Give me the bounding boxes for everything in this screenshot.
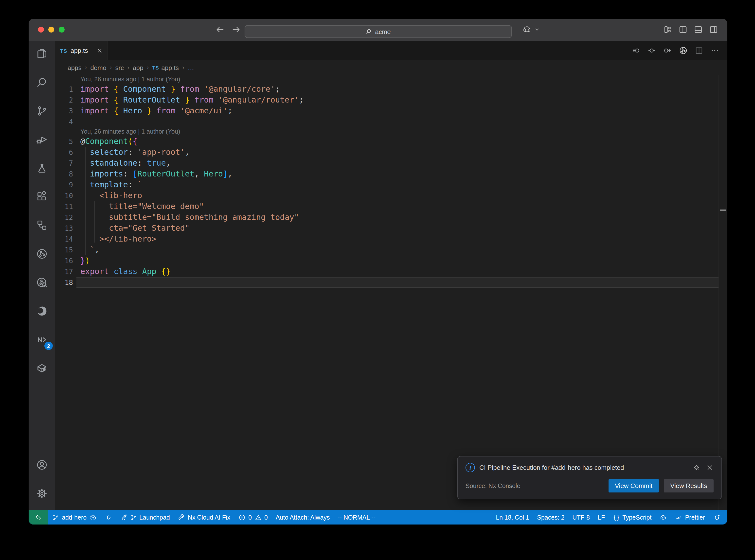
activity-item-accounts[interactable] xyxy=(30,453,54,477)
activity-item-extensions[interactable] xyxy=(30,185,54,208)
more-actions-icon[interactable] xyxy=(710,46,719,55)
code-line-13[interactable]: 13 cta="Get Started" xyxy=(55,223,728,234)
graph-search-icon xyxy=(36,276,48,289)
status-copilot[interactable] xyxy=(655,510,671,524)
search-icon xyxy=(36,76,48,89)
status-cursor-position[interactable]: Ln 18, Col 1 xyxy=(492,510,533,524)
activity-item-nx-console[interactable]: 2 xyxy=(30,328,54,352)
command-center-search[interactable]: acme xyxy=(244,25,512,38)
code-editor[interactable]: You, 26 minutes ago | 1 author (You)1imp… xyxy=(55,75,728,510)
view-results-button[interactable]: View Results xyxy=(664,479,714,493)
status-encoding[interactable]: UTF-8 xyxy=(568,510,594,524)
overview-ruler[interactable] xyxy=(718,75,728,510)
line-number: 2 xyxy=(55,95,80,105)
notification-settings-icon[interactable] xyxy=(693,464,700,471)
activity-item-settings[interactable] xyxy=(30,482,54,505)
code-line-15[interactable]: 15 `, xyxy=(55,244,728,255)
code-line-6[interactable]: 6 selector: 'app-root', xyxy=(55,147,728,158)
code-line-9[interactable]: 9 template: ` xyxy=(55,179,728,190)
activity-item-project-graph[interactable] xyxy=(30,242,54,266)
status-scm-graph[interactable] xyxy=(101,510,116,524)
activity-item-graph-search[interactable] xyxy=(30,271,54,294)
status-remote-indicator[interactable] xyxy=(28,510,48,524)
history-forward-button[interactable] xyxy=(231,24,242,35)
status-auto-attach[interactable]: Auto Attach: Always xyxy=(272,510,334,524)
minimize-window-button[interactable] xyxy=(48,27,54,33)
copilot-menu-button[interactable] xyxy=(522,24,540,35)
nav-back-icon[interactable] xyxy=(631,46,641,55)
breadcrumb-item-demo[interactable]: demo xyxy=(90,64,106,71)
activity-item-remote-explorer[interactable] xyxy=(30,214,54,237)
branch-small-icon xyxy=(130,514,137,521)
status-label: Prettier xyxy=(685,514,705,521)
panel-bottom-icon[interactable] xyxy=(693,25,703,35)
breadcrumb-item-apps[interactable]: apps xyxy=(67,64,81,71)
traffic-lights xyxy=(38,27,65,33)
status-eol[interactable]: LF xyxy=(594,510,609,524)
status-problems[interactable]: 00 xyxy=(234,510,272,524)
breadcrumb-item-src[interactable]: src xyxy=(115,64,124,71)
code-line-16[interactable]: 16}) xyxy=(55,255,728,266)
code-line-12[interactable]: 12 subtitle="Build something amazing tod… xyxy=(55,212,728,223)
close-tab-icon[interactable] xyxy=(97,47,103,54)
breadcrumb-label: app.ts xyxy=(161,64,179,71)
code-line-14[interactable]: 14 ></lib-hero> xyxy=(55,234,728,244)
panel-right-icon[interactable] xyxy=(709,25,718,35)
code-line-3[interactable]: 3import { Hero } from '@acme/ui'; xyxy=(55,105,728,116)
status-label: 0 xyxy=(264,514,268,521)
code-line-1[interactable]: 1import { Component } from '@angular/cor… xyxy=(55,84,728,95)
close-window-button[interactable] xyxy=(38,27,44,33)
notification-close-icon[interactable] xyxy=(706,464,714,471)
code-line-5[interactable]: 5@Component({ xyxy=(55,136,728,147)
view-commit-button[interactable]: View Commit xyxy=(609,479,659,493)
tab-app-ts[interactable]: TS app.ts xyxy=(55,41,108,60)
activity-item-explorer[interactable] xyxy=(30,42,54,65)
history-back-button[interactable] xyxy=(215,24,225,35)
nav-circle-icon[interactable] xyxy=(647,46,656,55)
breadcrumb-item--[interactable]: … xyxy=(187,64,194,71)
layout-controls xyxy=(663,25,718,35)
activity-item-testing[interactable] xyxy=(30,156,54,180)
activity-item-search[interactable] xyxy=(30,71,54,94)
status-vim-mode[interactable]: -- NORMAL -- xyxy=(334,510,379,524)
line-number: 12 xyxy=(55,212,80,223)
code-line-17[interactable]: 17export class App {} xyxy=(55,266,728,277)
status-language-mode[interactable]: {}TypeScript xyxy=(609,510,655,524)
status-indentation[interactable]: Spaces: 2 xyxy=(533,510,568,524)
breadcrumb-separator: › xyxy=(110,64,112,71)
breadcrumb-separator: › xyxy=(147,64,149,71)
code-line-2[interactable]: 2import { RouterOutlet } from '@angular/… xyxy=(55,95,728,105)
info-icon: i xyxy=(465,463,475,472)
zoom-window-button[interactable] xyxy=(59,27,65,33)
overview-ruler-mark xyxy=(720,209,726,211)
extensions-icon xyxy=(36,190,48,203)
split-editor-icon[interactable] xyxy=(694,46,704,55)
breadcrumb-item-app[interactable]: app xyxy=(133,64,143,71)
activity-item-run-debug[interactable] xyxy=(30,128,54,151)
activity-item-containers[interactable] xyxy=(30,356,54,380)
code-line-7[interactable]: 7 standalone: true, xyxy=(55,158,728,168)
graph-circle-icon[interactable] xyxy=(679,46,688,55)
typescript-file-icon: TS xyxy=(152,65,159,70)
status-nx-cloud-ai-fix[interactable]: Nx Cloud AI Fix xyxy=(174,510,234,524)
code-line-10[interactable]: 10 <lib-hero xyxy=(55,190,728,201)
code-line-11[interactable]: 11 title="Welcmoe demo" xyxy=(55,201,728,212)
breadcrumb-item-app-ts[interactable]: TSapp.ts xyxy=(152,64,179,71)
code-line-4[interactable]: 4 xyxy=(55,116,728,127)
edge-tools-icon xyxy=(36,305,48,318)
customize-layout-icon[interactable] xyxy=(663,25,673,35)
activity-item-source-control[interactable] xyxy=(30,99,54,123)
error-circle-icon xyxy=(238,514,246,521)
status-launchpad[interactable]: Launchpad xyxy=(116,510,174,524)
panel-left-icon[interactable] xyxy=(678,25,688,35)
status-git-branch[interactable]: add-hero xyxy=(48,510,101,524)
status-prettier[interactable]: Prettier xyxy=(671,510,709,524)
code-line-18[interactable]: 18 xyxy=(55,277,728,288)
code-line-8[interactable]: 8 imports: [RouterOutlet, Hero], xyxy=(55,168,728,179)
line-number: 1 xyxy=(55,84,80,95)
nav-forward-icon[interactable] xyxy=(663,46,672,55)
activity-item-edge-tools[interactable] xyxy=(30,299,54,323)
status-notifications-bell[interactable] xyxy=(709,510,724,524)
search-icon xyxy=(365,28,372,35)
line-number: 3 xyxy=(55,105,80,116)
